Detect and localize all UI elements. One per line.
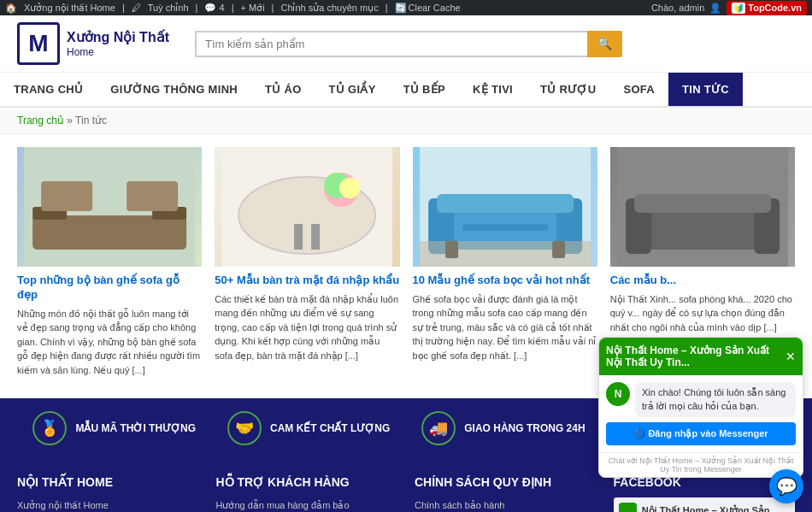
nav-item-link[interactable]: TRANG CHỦ xyxy=(0,73,97,106)
article-image[interactable] xyxy=(413,147,597,267)
svg-rect-23 xyxy=(634,207,771,250)
article-title[interactable]: 50+ Mẫu bàn trà mặt đá nhập khẩu xyxy=(215,274,399,288)
svg-rect-5 xyxy=(127,181,178,211)
footer-col1-title: NỘI THẤT HOME xyxy=(17,475,199,489)
chat-popup-row: N Xin chào! Chúng tôi luôn sẵn sàng trả … xyxy=(606,382,796,417)
article-image[interactable] xyxy=(17,147,202,267)
admin-bar: 🏠 Xưởng nội thất Home | 🖊 Tuỳ chỉnh | 💬 … xyxy=(0,0,812,15)
search-input[interactable] xyxy=(195,31,587,57)
footer-col3-links: Chính sách bảo hànhChính sách đổi trả hà… xyxy=(415,497,597,512)
admin-bar-new[interactable]: + Mới xyxy=(240,3,264,14)
article-image[interactable] xyxy=(610,147,795,267)
logo-line1: Xưởng Nội Thất xyxy=(67,29,169,45)
nav-item[interactable]: TỦ RƯỢU xyxy=(527,73,609,106)
admin-bar-separator5: | xyxy=(385,3,388,13)
nav-item-link[interactable]: SOFA xyxy=(609,73,668,106)
article-card: Top những bộ bàn ghế sofa gỗ đẹpNhững mó… xyxy=(17,147,202,377)
article-title[interactable]: Các mẫu b... xyxy=(610,274,795,288)
svg-rect-21 xyxy=(420,241,591,267)
feature-icon: 🏅 xyxy=(32,411,67,445)
nav-item[interactable]: GIƯỜNG THÔNG MINH xyxy=(97,73,251,106)
nav-item-link[interactable]: KỆ TIVI xyxy=(459,73,527,106)
nav-item-link[interactable]: GIƯỜNG THÔNG MINH xyxy=(97,73,251,106)
fb-avatar: N xyxy=(619,503,637,512)
footer-col2-links: Hướng dẫn mua hàng đảm bảoHướng dẫn Than… xyxy=(216,497,398,512)
nav-item-link[interactable]: TIN TỨC xyxy=(668,73,743,106)
footer-col1-content: Xưởng nội thất HomeĐịa chỉ: Hữu Bằng – T… xyxy=(17,497,199,512)
feature-icon: 🤝 xyxy=(227,411,262,445)
logo-line2: Home xyxy=(67,46,169,58)
nav-item-link[interactable]: TỦ GIẦY xyxy=(315,73,390,106)
admin-bar-right: Chào, admin 👤 🔰 TopCode.vn xyxy=(651,1,807,15)
admin-bar-customize[interactable]: 🖊 xyxy=(132,3,141,13)
admin-bar-separator4: | xyxy=(272,3,274,13)
topcode-icon: 🔰 xyxy=(732,3,745,14)
topcode-logo: 🔰 TopCode.vn xyxy=(727,1,807,15)
chat-bubble-message: Xin chào! Chúng tôi luôn sẵn sàng trả lờ… xyxy=(635,382,796,417)
admin-greeting: Chào, admin xyxy=(651,3,704,13)
svg-rect-18 xyxy=(462,224,548,231)
admin-bar-separator: | xyxy=(122,3,125,13)
svg-rect-26 xyxy=(634,194,771,213)
admin-bar-site-name[interactable]: Xưởng nội thất Home xyxy=(24,3,115,14)
nav-item-link[interactable]: TỦ ÁO xyxy=(251,73,315,106)
chat-popup-close[interactable]: ✕ xyxy=(786,350,796,363)
nav-item[interactable]: KỆ TIVI xyxy=(459,73,527,106)
feature-item: 🚚GIAO HÀNG TRONG 24H xyxy=(421,411,585,445)
nav-item-link[interactable]: TỦ RƯỢU xyxy=(527,73,609,106)
article-title[interactable]: 10 Mẫu ghế sofa bọc vải hot nhất xyxy=(413,274,597,288)
footer-col-support: Hỗ trợ khách hàng Hướng dẫn mua hàng đảm… xyxy=(216,475,398,512)
nav-item[interactable]: TRANG CHỦ xyxy=(0,73,97,106)
admin-bar-edit-cat[interactable]: Chỉnh sửa chuyên mục xyxy=(280,3,378,14)
footer-address-line: Xưởng nội thất Home xyxy=(17,497,199,512)
cache-icon: 🔄 xyxy=(395,3,407,14)
admin-bar-separator3: | xyxy=(232,3,234,13)
nav-item[interactable]: TỦ ÁO xyxy=(251,73,315,106)
main-nav: TRANG CHỦGIƯỜNG THÔNG MINHTỦ ÁOTỦ GIẦYTỦ… xyxy=(0,73,812,108)
nav-item[interactable]: TỦ BẾP xyxy=(390,73,459,106)
breadcrumb-current: Tin tức xyxy=(75,115,107,127)
breadcrumb: Trang chủ » Tin tức xyxy=(0,108,812,134)
clear-cache-button[interactable]: 🔄 Clear Cache xyxy=(395,3,461,14)
nav-item[interactable]: TỦ GIẦY xyxy=(315,73,390,106)
nav-item[interactable]: TIN TỨC xyxy=(668,73,743,106)
fb-page-name: Nội Thất Home – Xưởng Sản Xuất Nội Thất … xyxy=(642,505,790,512)
svg-rect-17 xyxy=(437,194,574,213)
feature-label: CAM KẾT CHẤT LƯỢNG xyxy=(270,422,390,434)
footer-col-about: NỘI THẤT HOME Xưởng nội thất HomeĐịa chỉ… xyxy=(17,475,199,512)
feature-label: MẪU MÃ THỜI THƯỢNG xyxy=(75,422,196,434)
footer-policy-link[interactable]: Chính sách bảo hành xyxy=(415,497,597,512)
admin-bar-comments[interactable]: 💬 4 xyxy=(204,3,224,14)
breadcrumb-home[interactable]: Trang chủ xyxy=(17,115,64,127)
nav-item-link[interactable]: TỦ BẾP xyxy=(390,73,459,106)
article-card: 10 Mẫu ghế sofa bọc vải hot nhấtGhế sofa… xyxy=(413,147,597,377)
messenger-fab[interactable]: 💬 xyxy=(769,469,803,503)
search-bar: 🔍 xyxy=(195,31,622,57)
chat-popup-title: Nội Thất Home – Xưởng Sản Xuất Nội Thất … xyxy=(606,344,786,368)
chat-messenger-btn[interactable]: 🔵 Đăng nhập vào Messenger xyxy=(606,422,796,445)
svg-rect-4 xyxy=(41,181,92,211)
site-header: Xưởng Nội Thất Home 🔍 xyxy=(0,15,812,73)
article-excerpt: Ghế sofa bọc vải được đánh giá là một tr… xyxy=(413,292,597,363)
nav-item[interactable]: SOFA xyxy=(609,73,668,106)
svg-rect-8 xyxy=(294,224,303,250)
admin-bar-separator2: | xyxy=(196,3,198,13)
fb-page-preview: N Nội Thất Home – Xưởng Sản Xuất Nội Thấ… xyxy=(614,497,796,512)
admin-avatar: 👤 xyxy=(709,3,721,14)
feature-label: GIAO HÀNG TRONG 24H xyxy=(464,422,585,434)
svg-rect-9 xyxy=(311,224,320,250)
fb-page-header: N Nội Thất Home – Xưởng Sản Xuất Nội Thấ… xyxy=(614,497,796,512)
article-excerpt: Những món đồ nội thất gỗ luôn mang tới v… xyxy=(17,307,202,378)
feature-item: 🤝CAM KẾT CHẤT LƯỢNG xyxy=(227,411,390,445)
article-title[interactable]: Top những bộ bàn ghế sofa gỗ đẹp xyxy=(17,274,202,303)
chat-popup-header: Nội Thất Home – Xưởng Sản Xuất Nội Thất … xyxy=(599,338,803,375)
article-image[interactable] xyxy=(215,147,399,267)
logo-text-block: Xưởng Nội Thất Home xyxy=(67,29,169,57)
admin-bar-home-icon[interactable]: 🏠 xyxy=(5,3,17,14)
logo-icon xyxy=(17,22,60,65)
admin-bar-customize-label[interactable]: Tuỳ chỉnh xyxy=(148,3,189,14)
svg-rect-1 xyxy=(32,215,186,250)
footer-support-link[interactable]: Hướng dẫn mua hàng đảm bảo xyxy=(216,497,398,512)
search-button[interactable]: 🔍 xyxy=(587,31,622,57)
article-excerpt: Nội Thất Xinh... sofa phòng khá... 2020 … xyxy=(610,292,795,335)
